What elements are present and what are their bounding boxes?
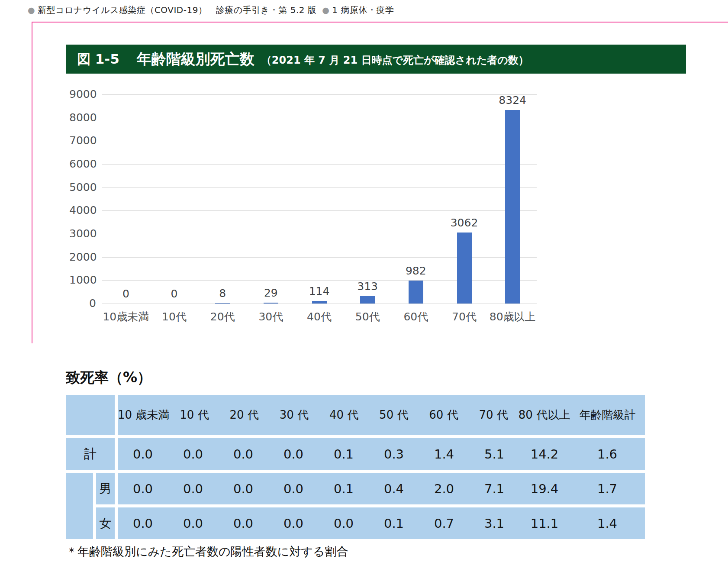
y-gridline [102,210,537,211]
figure-subtitle: （2021 年 7 月 21 日時点で死亡が確認された者の数） [261,53,529,67]
table-cell: 0.7 [419,516,469,531]
y-axis-label: 5000 [69,181,96,194]
table-header-cell: 30 代 [269,407,319,423]
chart-bar [505,110,520,304]
table-row: 女0.00.00.00.00.00.10.73.111.11.4 [66,507,645,539]
table-cell: 0.0 [268,516,319,531]
table-row-label: 女 [96,507,115,539]
table-cell: 0.1 [369,516,419,531]
table-cell: 14.2 [519,447,570,462]
table-footnote: ＊年齢階級別にみた死亡者数の陽性者数に対する割合 [66,544,348,559]
table-cell: 11.1 [519,516,570,531]
y-gridline [102,164,537,165]
chart-bar [312,301,327,304]
bar-value-label: 982 [386,265,446,277]
table-row-label: 男 [96,473,115,504]
table-spacer-cell [66,473,93,539]
table-header-cell: 70 代 [469,407,519,423]
table-header-band: 10 歳未満10 代20 代30 代40 代50 代60 代70 代80 代以上… [118,395,645,435]
table-cell: 0.0 [268,447,319,462]
table-header-cell: 80 代以上 [519,407,570,423]
table-cell: 0.0 [118,447,168,462]
bar-value-label: 8324 [482,94,543,107]
y-axis-label: 6000 [69,158,96,170]
table-cell: 0.1 [319,481,369,496]
chart-bar [457,233,472,304]
table-header-corner [66,395,115,435]
table-row-label: 計 [66,438,115,470]
table-cell: 1.7 [570,481,645,496]
bar-value-label: 313 [337,280,398,293]
table-cell: 0.0 [218,447,268,462]
table-cell: 1.6 [570,447,645,462]
y-axis-label: 1000 [69,274,96,286]
doc-section: 1 病原体・疫学 [332,5,394,15]
table-header-cell: 50 代 [369,407,419,423]
y-gridline [102,187,537,188]
table-cell: 0.1 [319,447,369,462]
table-row-band: 0.00.00.00.00.10.42.07.119.41.7 [118,473,645,504]
table-cell: 3.1 [469,516,519,531]
table-cell: 0.0 [118,481,168,496]
table-header-row: 10 歳未満10 代20 代30 代40 代50 代60 代70 代80 代以上… [66,395,645,435]
table-cell: 1.4 [570,516,645,531]
table-header-cell: 40 代 [319,407,369,423]
page: ●新型コロナウイルス感染症（COVID-19） 診療の手引き・第 5.2 版 ●… [0,0,728,562]
table-cell: 0.0 [218,481,268,496]
y-axis-label: 8000 [69,111,96,124]
table-cell: 7.1 [469,481,519,496]
table-cell: 0.0 [319,516,369,531]
y-axis-label: 4000 [69,204,96,216]
chart-bar [264,303,278,304]
y-gridline [102,304,537,304]
y-axis-label: 3000 [69,227,96,240]
bar-chart: 0100020003000400050006000700080009000010… [69,87,580,329]
chart-bar [215,303,230,304]
chart-bar [409,281,423,304]
y-axis-label: 7000 [69,134,96,147]
document-header: ●新型コロナウイルス感染症（COVID-19） 診療の手引き・第 5.2 版 ●… [28,4,394,16]
table-row: 男0.00.00.00.00.10.42.07.119.41.7 [66,473,645,504]
y-axis-label: 0 [69,297,96,310]
table-cell: 2.0 [419,481,469,496]
table-cell: 1.4 [419,447,469,462]
table-row: 計0.00.00.00.00.10.31.45.114.21.6 [66,438,645,470]
table-header-cell: 20 代 [219,407,269,423]
table-cell: 19.4 [519,481,570,496]
y-gridline [102,94,537,95]
table-cell: 5.1 [469,447,519,462]
table-cell: 0.3 [369,447,419,462]
x-axis-label: 80歳以上 [482,310,543,324]
table-header-cell: 10 歳未満 [118,407,169,423]
table-cell: 0.0 [168,516,218,531]
y-axis-label: 2000 [69,251,96,263]
bar-value-label: 3062 [434,216,495,229]
table-header-cell: 年齢階級計 [570,407,645,423]
figure-title: 年齢階級別死亡数 [137,49,254,69]
bullet-icon: ● [322,5,329,15]
table-cell: 0.0 [168,481,218,496]
fatality-table: 10 歳未満10 代20 代30 代40 代50 代60 代70 代80 代以上… [66,395,645,539]
y-axis-label: 9000 [69,88,96,100]
table-header-cell: 10 代 [169,407,219,423]
table-cell: 0.0 [218,516,268,531]
figure-label: 図 1-5 [77,50,119,68]
chart-bar [360,296,375,304]
fatality-table-title: 致死率（%） [66,368,151,388]
doc-title: 新型コロナウイルス感染症（COVID-19） 診療の手引き・第 5.2 版 [38,5,316,15]
bullet-icon: ● [28,5,35,15]
y-gridline [102,118,537,118]
y-gridline [102,141,537,141]
table-row-band: 0.00.00.00.00.00.10.73.111.11.4 [118,507,645,539]
table-cell: 0.0 [168,447,218,462]
table-cell: 0.0 [268,481,319,496]
table-row-band: 0.00.00.00.00.10.31.45.114.21.6 [118,438,645,470]
table-cell: 0.4 [369,481,419,496]
figure-title-bar: 図 1-5 年齢階級別死亡数 （2021 年 7 月 21 日時点で死亡が確認さ… [66,45,686,74]
table-header-cell: 60 代 [419,407,468,423]
table-cell: 0.0 [118,516,168,531]
